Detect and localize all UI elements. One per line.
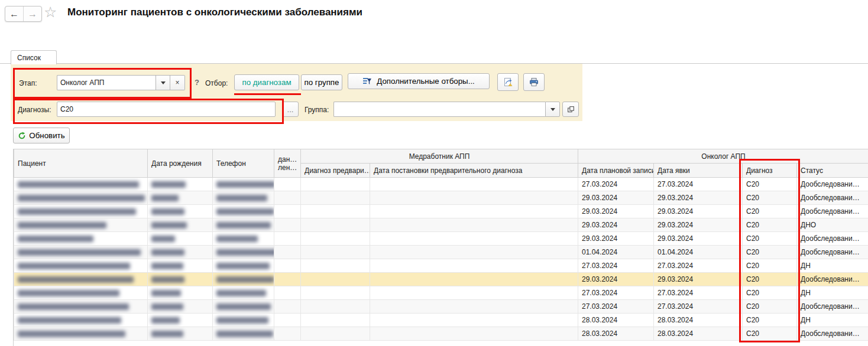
cell-patient[interactable] bbox=[14, 273, 148, 286]
group-header[interactable]: Медработник АПП bbox=[301, 149, 578, 164]
cell-prelim_date[interactable] bbox=[370, 300, 578, 314]
cell-status[interactable]: ДН bbox=[797, 286, 868, 300]
cell-patient[interactable] bbox=[14, 178, 148, 191]
cell-phone[interactable] bbox=[213, 205, 274, 218]
cell-prelim_date[interactable] bbox=[370, 246, 578, 259]
filter-by-diagnosis-button[interactable]: по диагнозам bbox=[234, 74, 299, 90]
group-value[interactable] bbox=[333, 102, 545, 117]
column-header-phone[interactable]: Телефон bbox=[213, 149, 274, 178]
cell-truncated[interactable] bbox=[274, 300, 301, 314]
cell-status[interactable]: Дообследовани… bbox=[797, 232, 868, 246]
cell-truncated[interactable] bbox=[274, 232, 301, 246]
cell-prelim_diagnosis[interactable] bbox=[301, 300, 370, 314]
cell-birth_date[interactable] bbox=[148, 314, 213, 327]
column-header-diagnosis[interactable]: Диагноз bbox=[743, 164, 797, 178]
cell-status[interactable]: Дообследовани… bbox=[797, 300, 868, 314]
cell-patient[interactable] bbox=[14, 259, 148, 273]
cell-patient[interactable] bbox=[14, 286, 148, 300]
filter-by-group-button[interactable]: по группе bbox=[301, 74, 342, 90]
cell-status[interactable]: Дообследовани… bbox=[797, 273, 868, 286]
cell-birth_date[interactable] bbox=[148, 327, 213, 341]
cell-diagnosis[interactable]: C20 bbox=[743, 327, 797, 341]
cell-truncated[interactable] bbox=[274, 205, 301, 218]
back-button[interactable]: ← bbox=[5, 6, 23, 21]
cell-planned_date[interactable]: 29.03.2024 bbox=[578, 218, 654, 232]
column-header-birth_date[interactable]: Дата рождения bbox=[148, 149, 213, 178]
cell-phone[interactable] bbox=[213, 273, 274, 286]
cell-status[interactable]: Дообследовани… bbox=[797, 178, 868, 191]
cell-visit_date[interactable]: 29.03.2024 bbox=[654, 232, 743, 246]
group-dropdown-button[interactable] bbox=[545, 102, 560, 117]
cell-truncated[interactable] bbox=[274, 246, 301, 259]
diagnoses-picker-button[interactable]: ... bbox=[282, 102, 299, 117]
cell-phone[interactable] bbox=[213, 259, 274, 273]
group-header[interactable]: Онколог АПП bbox=[578, 149, 868, 164]
column-header-visit_date[interactable]: Дата явки bbox=[654, 164, 743, 178]
cell-phone[interactable] bbox=[213, 191, 274, 205]
cell-diagnosis[interactable]: C20 bbox=[743, 314, 797, 327]
stage-dropdown-button[interactable] bbox=[156, 75, 170, 90]
cell-prelim_date[interactable] bbox=[370, 327, 578, 341]
cell-patient[interactable] bbox=[14, 205, 148, 218]
table-row[interactable]: 29.03.202429.03.2024C20ДНО bbox=[14, 218, 868, 232]
table-row[interactable]: 27.03.202427.03.2024C20Дообследовани… bbox=[14, 300, 868, 314]
cell-birth_date[interactable] bbox=[148, 259, 213, 273]
cell-prelim_diagnosis[interactable] bbox=[301, 314, 370, 327]
cell-patient[interactable] bbox=[14, 232, 148, 246]
cell-birth_date[interactable] bbox=[148, 300, 213, 314]
cell-prelim_date[interactable] bbox=[370, 273, 578, 286]
cell-visit_date[interactable]: 27.03.2024 bbox=[654, 178, 743, 191]
cell-birth_date[interactable] bbox=[148, 178, 213, 191]
cell-planned_date[interactable]: 29.03.2024 bbox=[578, 191, 654, 205]
table-row[interactable]: 29.03.202429.03.2024C20Дообследовани… bbox=[14, 232, 868, 246]
cell-prelim_diagnosis[interactable] bbox=[301, 259, 370, 273]
cell-visit_date[interactable]: 29.03.2024 bbox=[654, 205, 743, 218]
cell-prelim_diagnosis[interactable] bbox=[301, 205, 370, 218]
table-row[interactable]: 27.03.202427.03.2024C20Дообследовани… bbox=[14, 178, 868, 191]
tab-spisok[interactable]: Список bbox=[11, 50, 57, 64]
cell-prelim_diagnosis[interactable] bbox=[301, 178, 370, 191]
additional-filters-button[interactable]: Дополнительные отборы... bbox=[348, 73, 490, 89]
cell-visit_date[interactable]: 28.03.2024 bbox=[654, 327, 743, 341]
table-row[interactable]: 28.03.202428.03.2024C20ДН bbox=[14, 314, 868, 327]
cell-visit_date[interactable]: 01.04.2024 bbox=[654, 246, 743, 259]
cell-planned_date[interactable]: 27.03.2024 bbox=[578, 286, 654, 300]
cell-visit_date[interactable]: 29.03.2024 bbox=[654, 218, 743, 232]
cell-diagnosis[interactable]: C20 bbox=[743, 178, 797, 191]
cell-truncated[interactable] bbox=[274, 191, 301, 205]
cell-diagnosis[interactable]: C20 bbox=[743, 205, 797, 218]
refresh-button[interactable]: Обновить bbox=[13, 128, 70, 143]
cell-planned_date[interactable]: 27.03.2024 bbox=[578, 178, 654, 191]
cell-prelim_diagnosis[interactable] bbox=[301, 218, 370, 232]
cell-truncated[interactable] bbox=[274, 327, 301, 341]
column-header-status[interactable]: Статус bbox=[797, 164, 868, 178]
cell-patient[interactable] bbox=[14, 300, 148, 314]
cell-prelim_diagnosis[interactable] bbox=[301, 246, 370, 259]
cell-planned_date[interactable]: 29.03.2024 bbox=[578, 232, 654, 246]
cell-birth_date[interactable] bbox=[148, 191, 213, 205]
cell-prelim_diagnosis[interactable] bbox=[301, 286, 370, 300]
cell-status[interactable]: ДНО bbox=[797, 218, 868, 232]
cell-prelim_date[interactable] bbox=[370, 218, 578, 232]
help-icon[interactable]: ? bbox=[195, 78, 199, 87]
cell-prelim_date[interactable] bbox=[370, 286, 578, 300]
cell-phone[interactable] bbox=[213, 300, 274, 314]
table-row[interactable]: 27.03.202427.03.2024C20ДН bbox=[14, 259, 868, 273]
cell-prelim_diagnosis[interactable] bbox=[301, 327, 370, 341]
cell-diagnosis[interactable]: C20 bbox=[743, 218, 797, 232]
print-button[interactable] bbox=[523, 73, 545, 91]
cell-prelim_date[interactable] bbox=[370, 259, 578, 273]
table-row[interactable]: 29.03.202429.03.2024C20Дообследовани… bbox=[14, 273, 868, 286]
cell-status[interactable]: ДН bbox=[797, 314, 868, 327]
cell-prelim_date[interactable] bbox=[370, 232, 578, 246]
cell-visit_date[interactable]: 29.03.2024 bbox=[654, 191, 743, 205]
cell-prelim_date[interactable] bbox=[370, 178, 578, 191]
cell-phone[interactable] bbox=[213, 232, 274, 246]
cell-visit_date[interactable]: 27.03.2024 bbox=[654, 286, 743, 300]
cell-planned_date[interactable]: 28.03.2024 bbox=[578, 314, 654, 327]
column-header-prelim_diagnosis[interactable]: Диагноз предвари… bbox=[301, 164, 370, 178]
cell-prelim_date[interactable] bbox=[370, 191, 578, 205]
cell-truncated[interactable] bbox=[274, 259, 301, 273]
cell-prelim_diagnosis[interactable] bbox=[301, 232, 370, 246]
diagnoses-input[interactable] bbox=[57, 102, 276, 117]
